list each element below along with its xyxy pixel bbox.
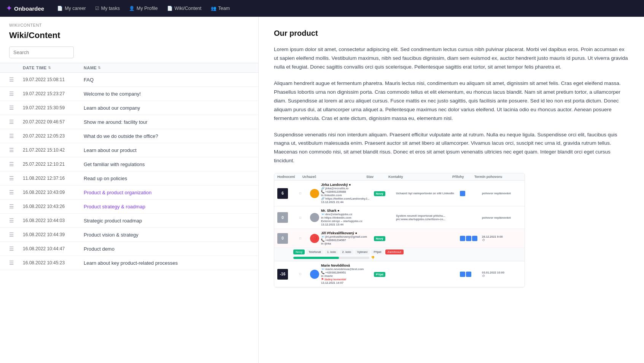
row-datetime: 11.08.2022 12:37:16	[23, 176, 84, 181]
progress-row: 👎	[293, 256, 506, 259]
row-file-icon: ☰	[9, 119, 23, 125]
row-datetime: 19.07.2022 15:23:27	[23, 91, 84, 96]
brand-icon: ✦	[6, 4, 12, 13]
score-box: 6	[277, 188, 288, 199]
nav-team[interactable]: 👥 Team	[207, 3, 234, 13]
row-name: Product demo	[84, 246, 249, 252]
row-name: Product strategy & roadmap	[84, 204, 249, 209]
career-icon: 📄	[57, 6, 63, 11]
attach-cell	[460, 236, 479, 241]
row-file-icon: ☰	[9, 232, 23, 238]
row-file-icon: ☰	[9, 203, 23, 209]
table-row[interactable]: ☰ 19.07.2022 15:30:59 Learn about our co…	[0, 101, 258, 115]
wiki-table: DATE TIME ⇅ NAME ⇅ ☰ 19.07.2022 15:08:11…	[0, 63, 258, 270]
table-row[interactable]: ☰ 21.07.2022 15:10:42 Learn about our pr…	[0, 143, 258, 157]
status-cell: Nový	[374, 192, 393, 195]
stage-2kolo[interactable]: 2. kolo	[340, 249, 353, 254]
col-header-datetime[interactable]: DATE TIME ⇅	[23, 66, 84, 70]
table-row[interactable]: ☰ 25.07.2022 12:10:21 Get familiar with …	[0, 157, 258, 171]
row-file-icon: ☰	[9, 189, 23, 195]
stage-1kolo[interactable]: 1. kolo	[325, 249, 339, 254]
nav-my-career[interactable]: 📄 My career	[53, 3, 90, 13]
stage-telefon[interactable]: Telefonát	[306, 249, 323, 254]
row-name: Learn about our product	[84, 147, 249, 153]
row-file-icon: ☰	[9, 77, 23, 83]
ats-screenshot: Hodnocení Uchazeč Stav Kontakty Přílohy …	[274, 173, 525, 288]
score-box: 0	[277, 212, 288, 223]
content-title: Our product	[274, 29, 629, 38]
row-datetime: 16.08.2022 10:44:39	[23, 232, 84, 237]
row-datetime: 20.07.2022 12:05:23	[23, 133, 84, 139]
table-row[interactable]: ☰ 11.08.2022 12:37:16 Read up on policie…	[0, 171, 258, 185]
app-layout: WIKI/CONTENT Wiki/Content DATE TIME ⇅ NA…	[0, 17, 644, 363]
date-cell: pohovor neplánování	[482, 216, 512, 219]
candidate-cell: Jirka Landovský ● 🔗 jirka@recruitis.io 📞…	[310, 183, 371, 204]
row-name: Learn about our company	[84, 105, 249, 111]
row-name: What do we do outside the office?	[84, 133, 249, 139]
pipeline-stages: Nový Telefonát 1. kolo 2. kolo Vybraní P…	[293, 249, 506, 254]
nav-label-profile: My Profile	[137, 6, 158, 11]
status-cell: Přijat	[374, 272, 393, 276]
row-file-icon: ☰	[9, 246, 23, 252]
pipeline-overlay-row: Nový Telefonát 1. kolo 2. kolo Vybraní P…	[274, 248, 525, 261]
stage-novy[interactable]: Nový	[293, 249, 305, 254]
nav-my-profile[interactable]: 👤 My Profile	[125, 3, 162, 13]
candidate-cell: Mr. Shark ● 📧 dev@startupjobs.cz in http…	[310, 209, 371, 226]
nav-wiki-content[interactable]: 📄 Wiki/Content	[163, 3, 205, 13]
row-datetime: 25.07.2022 12:10:21	[23, 162, 84, 167]
ats-row[interactable]: 0 □ Mr. Shark ● 📧 dev@startupjobs.cz in …	[274, 206, 525, 229]
row-file-icon: ☰	[9, 161, 23, 167]
table-row[interactable]: ☰ 19.07.2022 15:23:27 Welcome to the com…	[0, 87, 258, 101]
search-input[interactable]	[9, 46, 74, 58]
sort-icon-datetime: ⇅	[48, 66, 51, 70]
nav-label-wiki: Wiki/Content	[175, 6, 202, 11]
table-header: DATE TIME ⇅ NAME ⇅	[0, 63, 258, 73]
tasks-icon: ☑	[95, 6, 99, 11]
ats-row[interactable]: -16 □ Marie Nevědělová 📧 marie.nevedelov…	[274, 261, 525, 287]
table-row[interactable]: ☰ 16.08.2022 10:45:23 Learn about key pr…	[0, 256, 258, 270]
brand-logo[interactable]: ✦ Onboardee	[6, 4, 44, 13]
col-header-name[interactable]: NAME ⇅	[84, 66, 249, 70]
table-row[interactable]: ☰ 16.08.2022 10:43:26 Product strategy &…	[0, 200, 258, 214]
table-row[interactable]: ☰ 16.08.2022 10:43:09 Product & product …	[0, 185, 258, 200]
row-datetime: 19.07.2022 15:30:59	[23, 105, 84, 110]
row-name: Strategic product roadmap	[84, 218, 249, 224]
date-cell: pohovor neplánování	[482, 192, 512, 195]
ats-col-score: Hodnocení	[277, 175, 289, 179]
row-datetime: 16.08.2022 10:44:03	[23, 218, 84, 223]
contact-cell: Uchazeč byl naimportován ze sítě LinkedI…	[396, 192, 457, 195]
stage-vybrani[interactable]: Vybraní	[355, 249, 370, 254]
ats-row[interactable]: 0 □ 🚫 Jiří Překvalifikovaný ● 📧 jiri.pre…	[274, 229, 525, 248]
candidate-cell: Marie Nevědělová 📧 marie.nevedelova@test…	[310, 264, 371, 285]
row-name: Read up on policies	[84, 176, 249, 181]
row-file-icon: ☰	[9, 260, 23, 266]
date-cell: 28.12.2021 9:00 ⏱	[482, 235, 512, 242]
brand-name: Onboardee	[14, 5, 44, 12]
nav-label-tasks: My tasks	[101, 6, 120, 11]
table-row[interactable]: ☰ 20.07.2022 09:46:57 Show me around: fa…	[0, 115, 258, 129]
table-row[interactable]: ☰ 16.08.2022 10:44:39 Product vision & s…	[0, 228, 258, 242]
left-panel: WIKI/CONTENT Wiki/Content DATE TIME ⇅ NA…	[0, 17, 259, 363]
nav-my-tasks[interactable]: ☑ My tasks	[91, 3, 124, 13]
attach-cell	[460, 272, 479, 277]
status-badge: Nový	[374, 236, 385, 241]
avatar	[310, 270, 319, 279]
nav-items: 📄 My career ☑ My tasks 👤 My Profile 📄 Wi…	[53, 3, 234, 13]
score-box: 0	[277, 233, 288, 244]
table-row[interactable]: ☰ 20.07.2022 12:05:23 What do we do outs…	[0, 129, 258, 143]
avatar	[310, 189, 319, 198]
row-datetime: 19.07.2022 15:08:11	[23, 77, 84, 82]
table-row[interactable]: ☰ 16.08.2022 10:44:03 Strategic product …	[0, 214, 258, 228]
sort-icon-name: ⇅	[98, 66, 101, 70]
stage-zamitnout[interactable]: Zamítnout	[385, 249, 404, 254]
date-cell: 03.01.2022 10:00 ⏱	[482, 271, 512, 278]
status-cell: Nový	[374, 237, 393, 240]
score-box: -16	[277, 269, 288, 280]
table-row[interactable]: ☰ 16.08.2022 10:44:47 Product demo	[0, 242, 258, 256]
row-name: Product vision & strategy	[84, 232, 249, 238]
ats-col-date: Termín pohovoru	[474, 175, 505, 179]
ats-row[interactable]: 6 □ Jirka Landovský ● 🔗 jirka@recruitis.…	[274, 181, 525, 206]
table-row[interactable]: ☰ 19.07.2022 15:08:11 FAQ	[0, 73, 258, 87]
row-datetime: 16.08.2022 10:44:47	[23, 246, 84, 251]
stage-prijati[interactable]: Přijatí	[371, 249, 383, 254]
